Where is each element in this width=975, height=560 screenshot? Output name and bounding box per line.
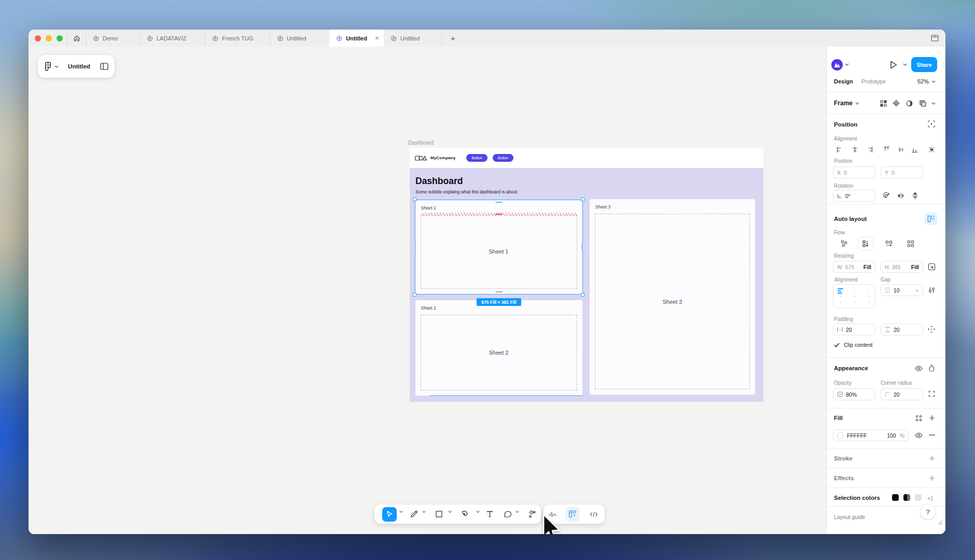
clip-content-row[interactable]: Clip content xyxy=(834,342,872,348)
flow-horizontal-button[interactable] xyxy=(881,237,897,250)
tab-french-tug[interactable]: French TUG xyxy=(205,30,270,47)
rotate-90-icon[interactable] xyxy=(881,190,892,201)
add-effect-icon[interactable] xyxy=(929,475,935,481)
fill-visibility-icon[interactable] xyxy=(915,432,923,438)
code-plugin-button[interactable] xyxy=(587,507,601,522)
tab-untitled-active[interactable]: Untitled × xyxy=(329,30,384,47)
expand-corners-icon[interactable] xyxy=(928,390,935,397)
element-type-dropdown[interactable]: Frame xyxy=(834,100,853,107)
flow-vertical-button[interactable] xyxy=(858,237,873,250)
w-mode[interactable]: Fill xyxy=(863,264,871,270)
boolean-ops-icon[interactable] xyxy=(920,100,926,107)
table-plugin-button[interactable] xyxy=(565,507,580,522)
comment-tool-button[interactable] xyxy=(500,507,515,522)
h-mode[interactable]: Fill xyxy=(911,264,919,270)
minimize-window-button[interactable] xyxy=(46,35,52,41)
sheet-2[interactable]: Sheet 2 Sheet 2 xyxy=(415,300,582,396)
horizontal-padding-input[interactable]: 20 xyxy=(833,324,875,335)
canvas[interactable]: Untitled Dashboard MyCompany Button Butt… xyxy=(29,47,826,534)
fill-opacity-value[interactable]: 100 xyxy=(887,432,896,439)
fill-color-row[interactable]: FFFFFF 100 % xyxy=(833,429,909,441)
tab-prototype[interactable]: Prototype xyxy=(861,78,886,85)
nav-button-2[interactable]: Button xyxy=(493,154,513,162)
resizing-settings-icon[interactable] xyxy=(928,263,936,271)
tab-design[interactable]: Design xyxy=(834,78,853,85)
flow-freeform-button[interactable] xyxy=(837,237,852,250)
tab-ladataviz[interactable]: LADATAVIZ xyxy=(140,30,205,47)
gap-sliders-icon[interactable] xyxy=(928,287,935,293)
home-tab-button[interactable] xyxy=(67,30,86,47)
align-bottom-icon[interactable] xyxy=(909,144,920,155)
actions-button[interactable] xyxy=(525,507,539,522)
align-top-icon[interactable] xyxy=(881,144,892,155)
vertical-padding-input[interactable]: 20 xyxy=(881,324,923,335)
width-resizing-input[interactable]: W 675 Fill xyxy=(833,261,875,273)
tab-untitled-1[interactable]: Untitled xyxy=(270,30,329,47)
shape-tool-button[interactable] xyxy=(431,507,446,522)
present-button[interactable] xyxy=(889,60,898,69)
dashboard-frame[interactable]: MyCompany Button Button Dashboard Some s… xyxy=(410,148,763,402)
fill-hex-value[interactable]: FFFFFF xyxy=(847,432,867,439)
pencil-tool-chevron[interactable] xyxy=(421,511,427,513)
sheet-3[interactable]: Sheet 3 Sheet 3 xyxy=(590,199,755,395)
align-h-center-icon[interactable] xyxy=(849,144,860,155)
align-right-icon[interactable] xyxy=(863,144,875,155)
frame-name-label[interactable]: Dashboard xyxy=(408,140,434,146)
pencil-tool-button[interactable] xyxy=(407,507,421,522)
chevron-down-icon[interactable] xyxy=(54,65,59,68)
present-chevron-icon[interactable] xyxy=(903,63,907,66)
align-v-center-icon[interactable] xyxy=(895,144,907,155)
create-component-icon[interactable] xyxy=(893,100,900,107)
file-name[interactable]: Untitled xyxy=(62,63,96,69)
panel-resize-handle[interactable] xyxy=(938,520,943,525)
nav-button-1[interactable]: Button xyxy=(466,154,487,162)
help-button[interactable]: ? xyxy=(921,505,935,519)
x-position-input[interactable]: X 0 xyxy=(833,166,875,178)
share-button[interactable]: Share xyxy=(911,57,937,72)
selection-color-gradient[interactable] xyxy=(903,494,910,501)
user-avatar[interactable] xyxy=(831,59,843,71)
remove-fill-icon[interactable] xyxy=(929,435,935,436)
auto-layout-alignment-box[interactable] xyxy=(833,284,875,308)
avatar-chevron-icon[interactable] xyxy=(845,63,849,66)
add-stroke-icon[interactable] xyxy=(929,455,935,461)
rotation-input[interactable]: 0° xyxy=(833,190,875,202)
shape-tool-chevron[interactable] xyxy=(447,511,453,513)
flow-grid-button[interactable] xyxy=(903,237,918,250)
close-window-button[interactable] xyxy=(35,35,41,41)
fill-color-swatch[interactable] xyxy=(837,432,843,439)
sheet-1[interactable]: Sheet 1 Sheet 1 xyxy=(415,200,582,295)
corner-radius-input[interactable]: 20 xyxy=(881,388,923,400)
auto-layout-active-icon[interactable] xyxy=(925,213,937,225)
fill-styles-icon[interactable] xyxy=(915,415,922,422)
flip-vertical-icon[interactable] xyxy=(909,190,921,201)
zoom-control[interactable]: 52% xyxy=(917,78,936,85)
text-tool-button[interactable] xyxy=(482,507,497,522)
selection-colors-more[interactable]: +1 xyxy=(927,496,933,501)
zoom-window-button[interactable] xyxy=(57,35,63,41)
add-fill-icon[interactable] xyxy=(929,415,935,421)
comment-tool-chevron[interactable] xyxy=(514,511,520,513)
align-left-icon[interactable] xyxy=(834,144,845,155)
blend-droplet-icon[interactable] xyxy=(929,365,935,372)
pen-tool-chevron[interactable] xyxy=(475,511,481,513)
y-position-input[interactable]: Y 0 xyxy=(881,166,923,178)
gap-input[interactable]: 10 xyxy=(881,284,923,296)
frame-type-chevron-icon[interactable] xyxy=(855,102,859,105)
toggle-sidebar-icon[interactable] xyxy=(100,63,108,70)
height-resizing-input[interactable]: H 381 Fill xyxy=(881,261,923,273)
pen-tool-button[interactable] xyxy=(457,507,471,522)
selection-color-black[interactable] xyxy=(892,494,899,501)
close-tab-icon[interactable]: × xyxy=(375,35,379,41)
opacity-input[interactable]: 80% xyxy=(833,388,875,400)
move-tool-chevron[interactable] xyxy=(398,511,404,513)
boolean-chevron-icon[interactable] xyxy=(931,102,936,105)
new-tab-button[interactable]: + xyxy=(442,30,464,47)
distribute-icon[interactable] xyxy=(926,144,937,155)
individual-padding-icon[interactable] xyxy=(928,326,935,333)
mask-icon[interactable] xyxy=(906,100,913,107)
window-layout-icon[interactable] xyxy=(931,35,939,41)
selection-color-light[interactable] xyxy=(915,494,922,501)
tab-untitled-2[interactable]: Untitled xyxy=(384,30,442,47)
focus-icon[interactable] xyxy=(928,120,935,128)
